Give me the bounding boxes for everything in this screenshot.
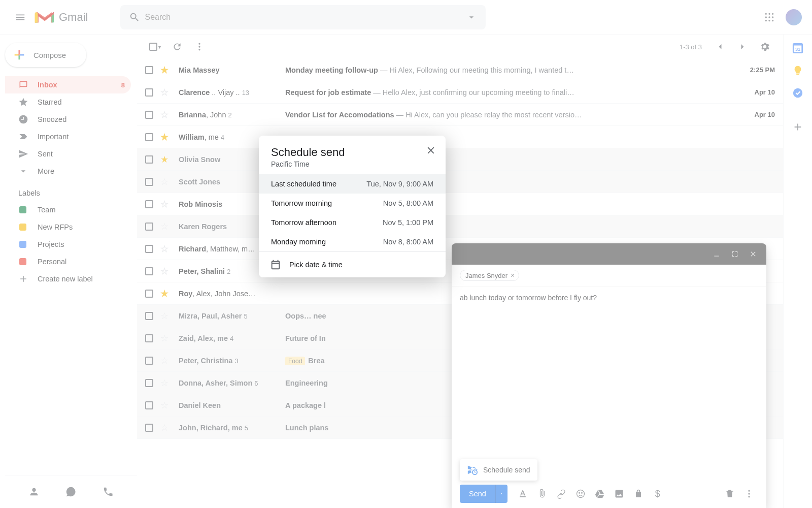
- schedule-option[interactable]: Tomorrow afternoonNov 5, 1:00 PM: [259, 213, 446, 232]
- option-label: Last scheduled time: [271, 180, 336, 188]
- option-label: Monday morning: [271, 238, 326, 246]
- schedule-option[interactable]: Tomorrow morningNov 5, 8:00 AM: [259, 194, 446, 213]
- modal-title: Schedule send: [271, 146, 433, 159]
- option-time: Tue, Nov 9, 9:00 AM: [366, 180, 433, 188]
- schedule-send-modal: Schedule send Pacific Time Last schedule…: [259, 136, 446, 277]
- option-time: Nov 5, 1:00 PM: [383, 218, 433, 227]
- option-time: Nov 8, 8:00 AM: [383, 238, 433, 246]
- option-label: Tomorrow afternoon: [271, 218, 336, 227]
- calendar-icon: [270, 259, 281, 270]
- modal-close-button[interactable]: [425, 145, 436, 156]
- schedule-option[interactable]: Monday morningNov 8, 8:00 AM: [259, 232, 446, 251]
- option-label: Tomorrow morning: [271, 199, 332, 207]
- modal-subtitle: Pacific Time: [271, 160, 433, 168]
- pick-date-time-button[interactable]: Pick date & time: [259, 252, 446, 277]
- schedule-option[interactable]: Last scheduled timeTue, Nov 9, 9:00 AM: [259, 174, 446, 194]
- option-time: Nov 5, 8:00 AM: [383, 199, 433, 207]
- close-icon: [425, 145, 436, 156]
